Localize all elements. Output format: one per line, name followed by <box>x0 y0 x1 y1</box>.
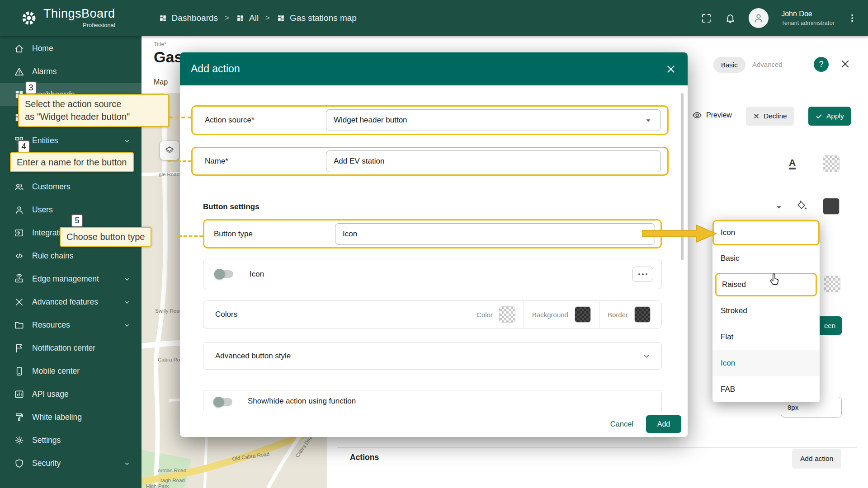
product-edition: Professional <box>43 22 115 28</box>
show-hide-label: Show/hide action using function <box>248 397 356 406</box>
step-number-badge: 5 <box>71 214 83 227</box>
background-color-swatch[interactable] <box>823 198 840 215</box>
chevron-down-icon <box>123 459 132 468</box>
sidebar-item-notification-center[interactable]: Notification center <box>0 337 142 360</box>
icon-toggle-label: Icon <box>250 270 264 279</box>
add-button[interactable]: Add <box>646 415 681 433</box>
kebab-menu-icon[interactable] <box>847 13 857 23</box>
logo[interactable]: ThingsBoard Professional <box>20 8 115 28</box>
action-source-select[interactable]: Widget header button <box>326 109 661 131</box>
option-basic[interactable]: Basic <box>712 245 820 272</box>
fullscreen-icon[interactable] <box>701 13 712 24</box>
breadcrumb-all[interactable]: All <box>236 13 259 23</box>
add-action-dialog: Add action Action source* Widget header … <box>180 52 688 437</box>
paint-bucket-icon[interactable] <box>797 200 807 211</box>
name-label: Name* <box>205 157 326 166</box>
color-swatch[interactable] <box>823 155 840 172</box>
step-number-badge: 4 <box>18 140 30 153</box>
street-label: ragh Road <box>160 478 185 483</box>
home-icon <box>14 43 24 54</box>
icon-toggle[interactable] <box>215 270 233 278</box>
step-4-callout: Enter a name for the button <box>10 152 134 172</box>
preview-button[interactable]: Preview <box>692 110 732 120</box>
map-layers-button[interactable] <box>160 141 179 160</box>
customers-icon <box>14 182 24 192</box>
more-options-button[interactable] <box>632 267 653 282</box>
sidebar-item-mobile-center[interactable]: Mobile center <box>0 360 142 383</box>
chevron-down-icon <box>123 321 132 330</box>
divider <box>337 447 857 448</box>
warning-icon <box>14 66 24 77</box>
option-raised[interactable]: Raised <box>715 273 817 296</box>
colors-label: Colors <box>215 310 237 319</box>
sidebar-item-api-usage[interactable]: API usage <box>0 383 142 406</box>
color-label: Color <box>476 311 493 319</box>
hand-cursor-icon <box>769 273 780 286</box>
eye-icon <box>692 110 702 120</box>
dialog-footer: Cancel Add <box>180 411 688 437</box>
button-type-label: Button type <box>214 230 335 239</box>
color-swatch[interactable] <box>499 306 515 323</box>
background-swatch[interactable] <box>575 306 591 323</box>
cancel-button[interactable]: Cancel <box>610 420 633 428</box>
option-stroked[interactable]: Stroked <box>712 298 820 324</box>
show-hide-toggle[interactable] <box>214 398 232 406</box>
sidebar-item-white-labeling[interactable]: White labeling <box>0 406 142 429</box>
add-action-button[interactable]: Add action <box>792 449 841 469</box>
sidebar-item-home[interactable]: Home <box>0 37 142 60</box>
sidebar-item-customers[interactable]: Customers <box>0 175 142 198</box>
connector-line <box>168 160 191 162</box>
dialog-title: Add action <box>191 63 240 75</box>
option-fab[interactable]: FAB <box>712 376 820 402</box>
colors-row: Colors Color Background Border <box>203 300 662 328</box>
topbar: ThingsBoard Professional Dashboards > Al… <box>0 0 868 36</box>
border-swatch[interactable] <box>634 306 651 323</box>
sidebar-item-rule-chains[interactable]: Rule chains <box>0 244 142 267</box>
actions-section-title: Actions <box>350 453 379 462</box>
sidebar-item-resources[interactable]: Resources <box>0 314 142 337</box>
dashboards-icon <box>236 14 245 23</box>
icon-settings-row: Icon <box>203 259 662 289</box>
action-source-label: Action source* <box>205 116 326 125</box>
avatar[interactable] <box>749 8 769 28</box>
button-settings-title: Button settings <box>203 202 259 211</box>
font-color-icon[interactable]: A <box>789 158 796 168</box>
x-icon <box>753 113 760 120</box>
name-input[interactable]: Add EV station <box>326 150 661 172</box>
breadcrumb-current[interactable]: Gas stations map <box>277 13 357 23</box>
gear-icon <box>14 435 24 446</box>
notifications-bell-icon[interactable] <box>725 13 736 24</box>
advanced-button-style-row[interactable]: Advanced button style <box>203 342 662 370</box>
step-number-badge: 3 <box>25 81 37 94</box>
tab-basic[interactable]: Basic <box>713 57 745 73</box>
button-type-dropdown-value[interactable]: Icon <box>712 220 820 245</box>
help-icon[interactable]: ? <box>814 57 829 72</box>
decline-button[interactable]: Decline <box>746 107 794 126</box>
sidebar-item-security[interactable]: Security <box>0 452 142 475</box>
tab-map[interactable]: Map <box>154 78 168 86</box>
color-swatch[interactable] <box>824 276 840 292</box>
widget-title-label: Title* <box>154 41 166 47</box>
breadcrumb-separator: > <box>265 14 270 23</box>
chevron-down-icon <box>123 298 132 307</box>
sidebar-item-edge-management[interactable]: Edge management <box>0 267 142 291</box>
chevron-down-icon <box>642 351 651 361</box>
sidebar-item-settings[interactable]: Settings <box>0 429 142 452</box>
button-type-select[interactable]: Icon <box>335 223 655 245</box>
step-5-callout: Choose button type <box>60 227 151 247</box>
close-icon[interactable] <box>665 63 677 75</box>
chevron-down-icon <box>123 275 132 284</box>
breadcrumb-dashboards[interactable]: Dashboards <box>159 13 218 23</box>
advanced-style-label: Advanced button style <box>215 352 291 361</box>
sidebar-item-alarms[interactable]: Alarms <box>0 60 142 83</box>
sidebar-item-advanced-features[interactable]: Advanced features <box>0 291 142 314</box>
option-icon[interactable]: Icon <box>712 350 820 376</box>
apply-button[interactable]: Apply <box>808 107 851 126</box>
caret-down-icon[interactable] <box>774 202 784 212</box>
panel-close-icon[interactable] <box>839 58 851 70</box>
option-flat[interactable]: Flat <box>712 324 820 350</box>
widget-title-input[interactable]: Gas <box>154 48 183 66</box>
folder-icon <box>14 320 24 330</box>
user-role: Tenant administrator <box>781 19 835 26</box>
tab-advanced[interactable]: Advanced <box>752 61 783 68</box>
